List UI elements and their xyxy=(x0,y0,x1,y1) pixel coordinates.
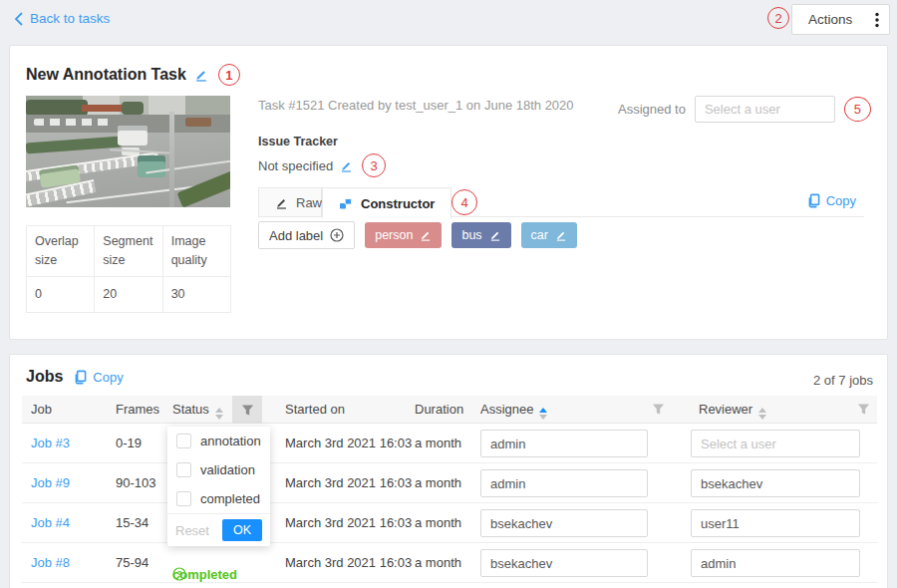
filter-option-completed-label: completed xyxy=(200,491,260,506)
assignee-input[interactable] xyxy=(480,469,648,497)
status-filter-icon[interactable] xyxy=(232,396,262,424)
overlap-size-header: Overlap size xyxy=(27,226,95,277)
job-link[interactable]: Job #8 xyxy=(31,555,70,570)
filter-footer: Reset OK xyxy=(167,513,270,546)
jobs-count: 2 of 7 jobs xyxy=(813,373,873,388)
issue-tracker-row: Not specified 3 xyxy=(258,153,386,177)
reviewer-input[interactable] xyxy=(691,469,860,497)
filter-option-annotation-label: annotation xyxy=(200,434,261,448)
jobs-card: Jobs Copy 2 of 7 jobs Job Frames Status … xyxy=(9,354,888,588)
annotation-circle-5: 5 xyxy=(844,97,871,122)
segment-size-header: Segment size xyxy=(95,226,162,277)
reviewer-input[interactable] xyxy=(691,509,860,537)
image-quality-header: Image quality xyxy=(162,226,230,277)
edit-label-car-icon[interactable] xyxy=(555,229,567,241)
checkbox-validation[interactable] xyxy=(176,462,191,477)
filter-option-annotation[interactable]: annotation xyxy=(167,427,270,455)
back-to-tasks-link[interactable]: Back to tasks xyxy=(14,11,110,26)
svg-text:?: ? xyxy=(176,569,181,579)
add-label-text: Add label xyxy=(269,228,323,243)
copy-jobs-label: Copy xyxy=(93,370,123,385)
preview-truck xyxy=(185,118,211,127)
duration-cell: a month xyxy=(415,475,461,490)
duration-cell: a month xyxy=(415,515,461,530)
job-link[interactable]: Job #3 xyxy=(31,436,70,450)
reviewer-filter-icon[interactable] xyxy=(857,403,870,416)
checkbox-completed[interactable] xyxy=(176,491,191,506)
preview-pole xyxy=(169,112,174,207)
back-to-tasks-label: Back to tasks xyxy=(30,11,110,26)
job-row-4: Job #8 75-94 completed ? March 3rd 2021 … xyxy=(22,543,877,583)
assignee-input[interactable] xyxy=(480,430,648,457)
column-assignee[interactable]: Assignee xyxy=(480,402,547,420)
label-chip-car[interactable]: car xyxy=(521,222,577,248)
image-quality-value: 30 xyxy=(162,276,230,312)
task-meta-text: Task #1521 Created by test_user_1 on Jun… xyxy=(258,98,574,113)
assigned-to-row: Assigned to 5 xyxy=(618,96,871,123)
filter-option-completed[interactable]: completed xyxy=(167,484,270,513)
tab-constructor-label: Constructor xyxy=(361,196,435,211)
preview-trees-mid xyxy=(122,102,144,115)
preview-white-van xyxy=(118,126,148,146)
reviewer-input[interactable] xyxy=(691,549,860,577)
frames-cell: 75-94 xyxy=(116,555,149,570)
status-sort-icon[interactable] xyxy=(215,408,223,420)
job-row-2: Job #9 90-103 March 3rd 2021 16:03 a mon… xyxy=(22,463,877,503)
edit-issue-tracker-icon[interactable] xyxy=(340,159,353,172)
tab-constructor[interactable]: Constructor xyxy=(322,187,451,218)
label-person-name: person xyxy=(375,228,413,242)
assignee-input[interactable] xyxy=(480,509,648,537)
column-started-on: Started on xyxy=(285,402,345,417)
assignee-filter-icon[interactable] xyxy=(652,403,665,416)
checkbox-annotation[interactable] xyxy=(176,434,191,448)
column-reviewer[interactable]: Reviewer xyxy=(699,402,766,420)
question-circle-icon[interactable]: ? xyxy=(172,567,186,581)
plus-circle-icon xyxy=(330,228,344,242)
filter-option-validation[interactable]: validation xyxy=(167,455,270,484)
duration-cell: a month xyxy=(415,436,461,450)
filter-reset-button[interactable]: Reset xyxy=(175,523,209,538)
edit-label-person-icon[interactable] xyxy=(420,229,432,241)
copy-labels-link[interactable]: Copy xyxy=(806,193,856,208)
labels-row: Add label person bus car xyxy=(258,221,577,249)
assignee-input[interactable] xyxy=(480,549,648,577)
actions-button[interactable]: Actions xyxy=(791,4,890,35)
issue-tracker-value: Not specified xyxy=(258,158,333,173)
frames-cell: 0-19 xyxy=(116,436,142,450)
assigned-to-label: Assigned to xyxy=(618,102,686,117)
started-cell: March 3rd 2021 16:03 xyxy=(285,436,412,450)
preview-trees-left xyxy=(26,100,88,116)
label-chip-bus[interactable]: bus xyxy=(451,222,510,248)
job-link[interactable]: Job #9 xyxy=(31,475,70,490)
actions-label: Actions xyxy=(808,12,852,27)
params-header-row: Overlap size Segment size Image quality xyxy=(27,226,231,277)
annotation-circle-3: 3 xyxy=(362,153,386,177)
copy-labels-label: Copy xyxy=(826,193,856,208)
job-row-3: Job #4 15-34 March 3rd 2021 16:03 a mont… xyxy=(22,503,877,543)
column-duration: Duration xyxy=(415,402,463,417)
annotation-circle-1: 1 xyxy=(218,64,240,86)
copy-jobs-link[interactable]: Copy xyxy=(73,370,123,385)
edit-task-name-icon[interactable] xyxy=(194,68,208,82)
filter-ok-button[interactable]: OK xyxy=(222,519,262,541)
copy-icon xyxy=(806,193,820,208)
reviewer-input[interactable] xyxy=(691,430,860,457)
assignee-sort-icon[interactable] xyxy=(539,408,547,420)
tab-raw[interactable]: Raw xyxy=(258,187,322,217)
job-link[interactable]: Job #4 xyxy=(31,515,70,530)
reviewer-sort-icon[interactable] xyxy=(758,408,766,420)
top-bar: Back to tasks 2 Actions xyxy=(0,0,897,40)
column-job: Job xyxy=(31,402,52,417)
segment-size-value: 20 xyxy=(95,276,162,312)
add-label-button[interactable]: Add label xyxy=(258,221,355,249)
frames-cell: 15-34 xyxy=(116,515,149,530)
frames-cell: 90-103 xyxy=(116,475,155,490)
overlap-size-value: 0 xyxy=(27,276,95,312)
column-status[interactable]: Status xyxy=(172,402,223,420)
issue-tracker-label: Issue Tracker xyxy=(258,135,338,148)
edit-label-bus-icon[interactable] xyxy=(489,229,501,241)
tab-raw-label: Raw xyxy=(296,195,322,210)
labels-tabs-bar: Raw Constructor 4 Copy xyxy=(258,187,864,217)
label-chip-person[interactable]: person xyxy=(365,222,442,248)
assigned-to-input[interactable] xyxy=(695,96,835,123)
